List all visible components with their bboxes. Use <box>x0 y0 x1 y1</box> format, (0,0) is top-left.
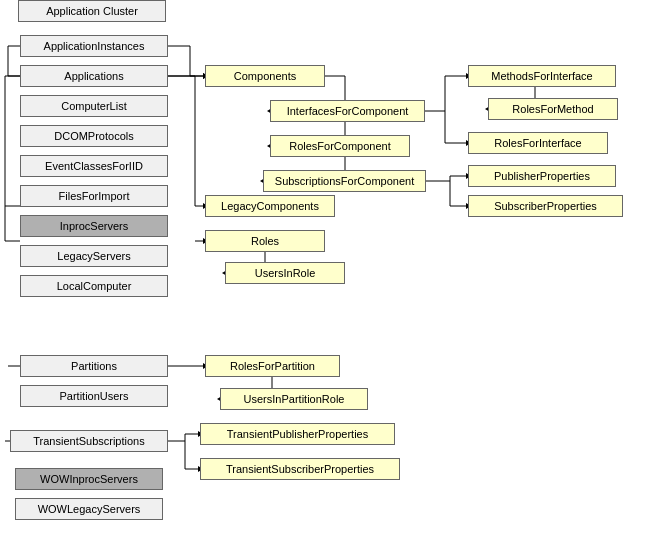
node-rolesforcomponent[interactable]: RolesForComponent <box>270 135 410 157</box>
node-usersinrole[interactable]: UsersInRole <box>225 262 345 284</box>
node-partitionusers[interactable]: PartitionUsers <box>20 385 168 407</box>
node-localcomputer[interactable]: LocalComputer <box>20 275 168 297</box>
node-subscriberproperties[interactable]: SubscriberProperties <box>468 195 623 217</box>
node-eventclassesforiid[interactable]: EventClassesForIID <box>20 155 168 177</box>
node-interfacesforcomponent[interactable]: InterfacesForComponent <box>270 100 425 122</box>
node-legacyservers[interactable]: LegacyServers <box>20 245 168 267</box>
node-wowinprocservers[interactable]: WOWInprocServers <box>15 468 163 490</box>
node-rolesforinterface[interactable]: RolesForInterface <box>468 132 608 154</box>
node-transientsubscriberproperties[interactable]: TransientSubscriberProperties <box>200 458 400 480</box>
node-applicationcluster[interactable]: Application Cluster <box>18 0 166 22</box>
diagram: Application ClusterApplicationInstancesA… <box>0 0 661 547</box>
node-publisherproperties[interactable]: PublisherProperties <box>468 165 616 187</box>
node-components[interactable]: Components <box>205 65 325 87</box>
node-partitions[interactable]: Partitions <box>20 355 168 377</box>
node-usersinpartitionrole[interactable]: UsersInPartitionRole <box>220 388 368 410</box>
node-rolesforpartition[interactable]: RolesForPartition <box>205 355 340 377</box>
node-subscriptionsforcomponent[interactable]: SubscriptionsForComponent <box>263 170 426 192</box>
node-roles[interactable]: Roles <box>205 230 325 252</box>
node-applicationinstances[interactable]: ApplicationInstances <box>20 35 168 57</box>
node-dcomprotocols[interactable]: DCOMProtocols <box>20 125 168 147</box>
node-wowlegacyservers[interactable]: WOWLegacyServers <box>15 498 163 520</box>
node-methodsforinterface[interactable]: MethodsForInterface <box>468 65 616 87</box>
node-rolesformethod[interactable]: RolesForMethod <box>488 98 618 120</box>
node-applications[interactable]: Applications <box>20 65 168 87</box>
node-transientpublisherproperties[interactable]: TransientPublisherProperties <box>200 423 395 445</box>
node-computerlist[interactable]: ComputerList <box>20 95 168 117</box>
node-transientsubscriptions[interactable]: TransientSubscriptions <box>10 430 168 452</box>
node-legacycomponents[interactable]: LegacyComponents <box>205 195 335 217</box>
node-inprocservers[interactable]: InprocServers <box>20 215 168 237</box>
node-filesforimport[interactable]: FilesForImport <box>20 185 168 207</box>
